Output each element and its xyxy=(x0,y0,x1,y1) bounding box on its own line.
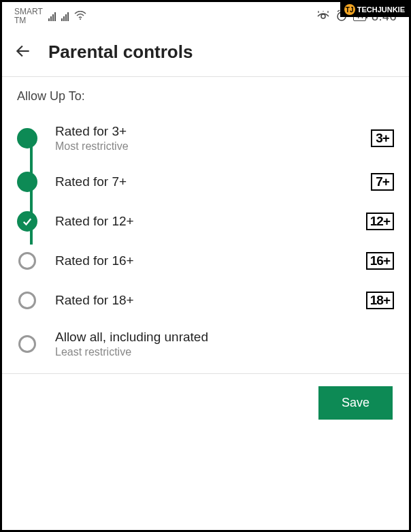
radio-checked-icon xyxy=(17,211,37,232)
carrier-label: SMART TM xyxy=(14,7,43,25)
watermark: TJ TECHJUNKIE xyxy=(340,2,409,17)
option-allow-all[interactable]: Allow all, including unrated Least restr… xyxy=(2,320,409,368)
option-text: Rated for 12+ xyxy=(55,214,348,229)
option-rated-16[interactable]: Rated for 16+ 16+ xyxy=(2,241,409,281)
section-label: Allow Up To: xyxy=(2,77,409,110)
eye-icon xyxy=(316,11,330,22)
option-title: Allow all, including unrated xyxy=(55,330,394,345)
svg-line-8 xyxy=(338,10,340,12)
option-title: Rated for 18+ xyxy=(55,293,348,308)
option-rated-12[interactable]: Rated for 12+ 12+ xyxy=(2,202,409,241)
radio-filled-icon xyxy=(17,172,37,192)
rating-badge: 3+ xyxy=(371,129,394,147)
option-subtitle: Least restrictive xyxy=(55,346,394,358)
option-title: Rated for 12+ xyxy=(55,214,348,229)
option-rated-3[interactable]: Rated for 3+ Most restrictive 3+ xyxy=(2,114,409,162)
option-text: Allow all, including unrated Least restr… xyxy=(55,330,394,358)
carrier-line2: TM xyxy=(14,16,43,25)
options-list: Rated for 3+ Most restrictive 3+ Rated f… xyxy=(2,110,409,368)
option-text: Rated for 3+ Most restrictive xyxy=(55,124,353,153)
option-title: Rated for 7+ xyxy=(55,174,353,189)
option-subtitle: Most restrictive xyxy=(55,140,353,153)
watermark-logo: TJ xyxy=(344,4,355,15)
radio-filled-icon xyxy=(17,128,37,148)
rating-badge: 7+ xyxy=(371,173,394,191)
watermark-text: TECHJUNKIE xyxy=(357,5,405,14)
option-rated-7[interactable]: Rated for 7+ 7+ xyxy=(2,162,409,202)
signal-icon-2 xyxy=(61,12,69,21)
option-rated-18[interactable]: Rated for 18+ 18+ xyxy=(2,281,409,320)
option-text: Rated for 18+ xyxy=(55,293,348,308)
app-bar: Parental controls xyxy=(2,28,409,76)
status-left: SMART TM xyxy=(14,7,86,25)
rating-badge: 16+ xyxy=(366,252,394,270)
page-title: Parental controls xyxy=(48,42,193,63)
svg-point-0 xyxy=(80,18,81,20)
radio-empty-icon xyxy=(18,335,36,353)
back-button[interactable] xyxy=(14,42,32,63)
radio-empty-icon xyxy=(18,292,36,309)
option-text: Rated for 16+ xyxy=(55,253,348,268)
svg-point-1 xyxy=(321,14,325,18)
option-text: Rated for 7+ xyxy=(55,174,353,189)
signal-icon xyxy=(48,12,56,21)
radio-empty-icon xyxy=(18,252,36,270)
save-button[interactable]: Save xyxy=(318,386,393,420)
option-title: Rated for 16+ xyxy=(55,253,348,268)
wifi-icon xyxy=(74,11,86,22)
option-title: Rated for 3+ xyxy=(55,124,353,139)
footer: Save xyxy=(2,374,409,432)
rating-badge: 12+ xyxy=(366,213,394,230)
rating-badge: 18+ xyxy=(366,292,394,309)
